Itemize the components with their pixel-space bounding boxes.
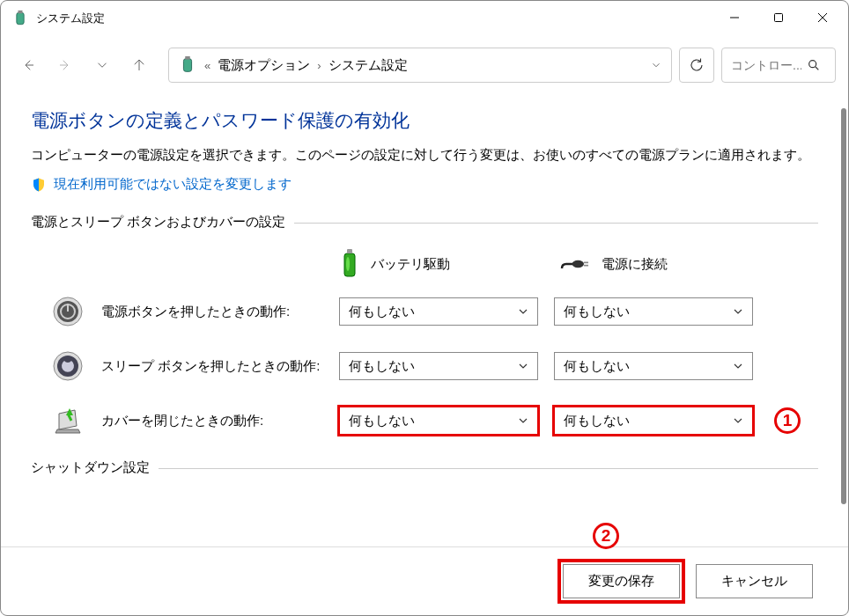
- maximize-button[interactable]: [757, 1, 801, 34]
- refresh-button[interactable]: [679, 48, 714, 83]
- battery-icon: [339, 248, 360, 280]
- cancel-button[interactable]: キャンセル: [696, 564, 813, 598]
- setting-row-power-button: 電源ボタンを押したときの動作: 何もしない 何もしない: [31, 296, 818, 327]
- address-bar[interactable]: « 電源オプション › システム設定: [168, 48, 672, 83]
- power-button-battery-select[interactable]: 何もしない: [339, 297, 538, 326]
- column-ac: 電源に接続: [559, 248, 779, 280]
- svg-rect-3: [775, 14, 783, 22]
- svg-line-12: [816, 67, 818, 70]
- svg-rect-15: [347, 249, 352, 253]
- column-battery-label: バッテリ駆動: [371, 256, 450, 273]
- main-content: 電源ボタンの定義とパスワード保護の有効化 コンピューターの電源設定を選択できます…: [1, 91, 848, 476]
- annotation-marker-1: 1: [774, 407, 801, 434]
- power-button-icon: [52, 296, 84, 327]
- svg-rect-13: [344, 253, 355, 276]
- svg-point-16: [346, 257, 350, 271]
- admin-link-text[interactable]: 現在利用可能ではない設定を変更します: [54, 176, 292, 193]
- svg-rect-10: [185, 56, 190, 60]
- breadcrumb-separator: ›: [317, 59, 321, 72]
- chevron-down-icon: [733, 306, 743, 317]
- section-shutdown-title: シャットダウン設定: [31, 460, 159, 474]
- setting-row-sleep-button: スリープ ボタンを押したときの動作: 何もしない 何もしない: [31, 350, 818, 382]
- admin-settings-link[interactable]: 現在利用可能ではない設定を変更します: [31, 176, 818, 193]
- up-button[interactable]: [124, 50, 154, 80]
- chevron-down-icon: [518, 306, 528, 317]
- titlebar: システム設定: [1, 1, 848, 36]
- power-button-ac-select[interactable]: 何もしない: [554, 297, 753, 326]
- app-icon: [11, 10, 29, 27]
- save-button[interactable]: 変更の保存: [563, 564, 680, 598]
- minimize-button[interactable]: [712, 1, 757, 34]
- laptop-lid-icon: [52, 405, 84, 436]
- sleep-button-ac-select[interactable]: 何もしない: [554, 352, 753, 380]
- row-label: カバーを閉じたときの動作:: [101, 413, 339, 429]
- chevron-down-icon: [733, 415, 743, 426]
- window-title: システム設定: [36, 11, 712, 26]
- back-button[interactable]: [13, 50, 43, 80]
- page-description: コンピューターの電源設定を選択できます。このページの設定に対して行う変更は、お使…: [31, 145, 818, 165]
- search-icon[interactable]: [807, 58, 821, 72]
- section-shutdown: シャットダウン設定: [31, 459, 818, 476]
- vertical-scrollbar[interactable]: [841, 108, 846, 504]
- sleep-button-icon: [52, 350, 84, 382]
- chevron-down-icon: [518, 415, 528, 426]
- power-options-icon: [178, 55, 197, 75]
- search-input[interactable]: [731, 58, 801, 72]
- shield-icon: [31, 177, 47, 193]
- lid-close-ac-select[interactable]: 何もしない: [554, 407, 753, 435]
- column-ac-label: 電源に接続: [602, 256, 668, 273]
- section-power-sleep-title: 電源とスリープ ボタンおよびカバーの設定: [31, 215, 294, 229]
- svg-rect-9: [183, 59, 191, 72]
- page-title: 電源ボタンの定義とパスワード保護の有効化: [31, 108, 818, 133]
- svg-rect-0: [17, 12, 24, 24]
- column-battery: バッテリ駆動: [339, 248, 559, 280]
- annotation-marker-2: 2: [593, 523, 619, 549]
- search-box[interactable]: [721, 48, 836, 83]
- setting-row-lid-close: カバーを閉じたときの動作: 何もしない 何もしない 1: [31, 405, 818, 436]
- lid-close-battery-select[interactable]: 何もしない: [339, 407, 538, 435]
- navigation-bar: « 電源オプション › システム設定: [1, 40, 848, 91]
- breadcrumb-prefix: «: [204, 59, 210, 72]
- chevron-down-icon: [733, 361, 743, 371]
- svg-point-17: [572, 260, 584, 268]
- close-button[interactable]: [801, 1, 845, 34]
- chevron-down-icon: [518, 361, 528, 371]
- breadcrumb-item[interactable]: システム設定: [329, 57, 408, 74]
- plug-icon: [559, 255, 591, 273]
- breadcrumb-item[interactable]: 電源オプション: [218, 57, 310, 74]
- chevron-down-icon[interactable]: [650, 59, 662, 71]
- sleep-button-battery-select[interactable]: 何もしない: [339, 352, 538, 380]
- recent-dropdown-button[interactable]: [87, 50, 117, 80]
- svg-point-11: [809, 61, 816, 68]
- section-power-sleep: 電源とスリープ ボタンおよびカバーの設定: [31, 214, 818, 231]
- row-label: 電源ボタンを押したときの動作:: [101, 304, 339, 320]
- svg-rect-1: [18, 11, 23, 13]
- footer-bar: 2 変更の保存 キャンセル: [1, 546, 848, 615]
- forward-button[interactable]: [50, 50, 80, 80]
- row-label: スリープ ボタンを押したときの動作:: [101, 358, 339, 375]
